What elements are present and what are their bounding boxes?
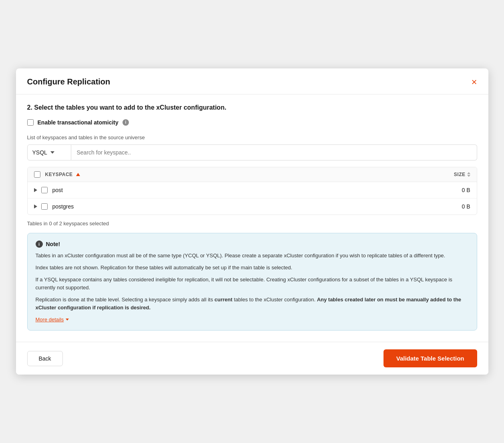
transactional-atomicity-checkbox[interactable] [27, 119, 34, 126]
more-details-chevron-icon [66, 319, 69, 321]
keyspace-table: KEYSPACE SIZE post 0 B [27, 167, 477, 215]
note-paragraph-2: Index tables are not shown. Replication … [36, 264, 469, 272]
col-size-label: SIZE [454, 172, 466, 177]
validate-table-selection-button[interactable]: Validate Table Selection [384, 349, 477, 367]
sort-warning-icon [76, 173, 80, 176]
col-keyspace-header: KEYSPACE [45, 172, 454, 177]
modal-header: Configure Replication × [16, 68, 488, 94]
note-paragraph-1: Tables in an xCluster configuration must… [36, 252, 469, 260]
transactional-atomicity-label: Enable transactional atomicity [38, 119, 118, 126]
keyspace-controls: YSQL [27, 144, 477, 160]
row-checkbox[interactable] [41, 187, 48, 193]
table-header: KEYSPACE SIZE [28, 167, 477, 182]
modal-body: 2. Select the tables you want to add to … [16, 94, 488, 342]
col-keyspace-label: KEYSPACE [45, 172, 73, 177]
search-input[interactable] [71, 144, 477, 160]
col-size-header: SIZE [454, 172, 470, 177]
more-details-link[interactable]: More details [36, 317, 69, 323]
back-button[interactable]: Back [27, 351, 63, 366]
row-size: 0 B [462, 203, 470, 210]
table-row: post 0 B [28, 182, 477, 198]
step-label: 2. Select the tables you want to add to … [27, 104, 477, 111]
note-title: i Note! [36, 241, 469, 248]
row-name: postgres [52, 203, 462, 210]
configure-replication-modal: Configure Replication × 2. Select the ta… [16, 68, 488, 375]
transactional-atomicity-row: Enable transactional atomicity i [27, 119, 477, 126]
row-name: post [52, 187, 462, 193]
size-sort-icon [467, 172, 470, 177]
close-button[interactable]: × [471, 77, 477, 87]
sort-up-icon [467, 172, 470, 174]
info-icon[interactable]: i [122, 119, 129, 126]
sort-down-icon [467, 175, 470, 177]
expand-icon[interactable] [34, 204, 37, 208]
db-type-label: YSQL [32, 149, 47, 156]
keyspace-section-label: List of keyspaces and tables in the sour… [27, 134, 477, 140]
table-row: postgres 0 B [28, 198, 477, 214]
select-all-checkbox[interactable] [34, 171, 40, 178]
db-type-select[interactable]: YSQL [27, 144, 71, 160]
note-title-label: Note! [46, 241, 60, 247]
note-paragraph-4: Replication is done at the table level. … [36, 296, 469, 312]
note-paragraph-3: If a YSQL keyspace contains any tables c… [36, 276, 469, 292]
modal-title: Configure Replication [27, 77, 110, 86]
selection-summary: Tables in 0 of 2 keyspaces selected [27, 220, 477, 227]
modal-footer: Back Validate Table Selection [16, 342, 488, 375]
note-box: i Note! Tables in an xCluster configurat… [27, 233, 477, 331]
row-size: 0 B [462, 187, 470, 193]
expand-icon[interactable] [34, 188, 37, 192]
more-details-label: More details [36, 317, 64, 323]
note-info-icon: i [36, 241, 43, 248]
row-checkbox[interactable] [41, 203, 48, 210]
chevron-down-icon [50, 151, 54, 154]
